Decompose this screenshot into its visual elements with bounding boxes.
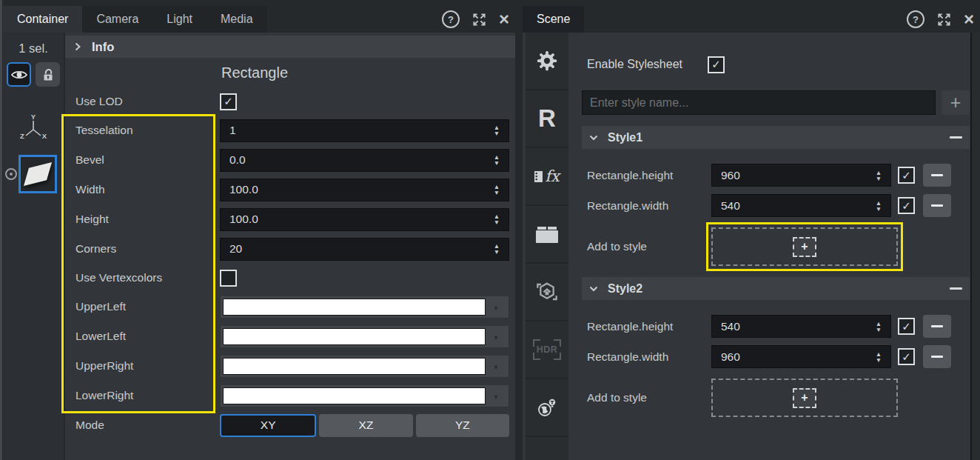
style1-group-header[interactable]: Style1: [582, 126, 970, 149]
style-property-enabled-checkbox[interactable]: [898, 318, 915, 335]
property-label: Height: [65, 213, 220, 226]
remove-style-icon[interactable]: [950, 136, 962, 139]
help-icon[interactable]: ?: [442, 10, 460, 28]
spinner-arrows-icon[interactable]: [870, 316, 887, 337]
plus-drop-icon[interactable]: +: [793, 388, 816, 408]
lowerleft-color-dropdown[interactable]: [220, 325, 509, 348]
gear-icon: [536, 50, 558, 72]
property-row: Use Vertexcolors: [65, 264, 515, 292]
prefab-tab[interactable]: [526, 264, 568, 321]
add-to-style-row: Add to style +: [582, 379, 970, 417]
close-icon[interactable]: ×: [499, 12, 509, 27]
property-label: Tesselation: [65, 124, 220, 137]
eye-icon: [11, 69, 27, 81]
remove-property-button[interactable]: [923, 315, 951, 338]
style-property-row: Rectangle.height 540: [582, 315, 970, 338]
style-property-enabled-checkbox[interactable]: [898, 197, 915, 214]
width-input[interactable]: 100.0: [220, 179, 509, 201]
spinner-arrows-icon[interactable]: [489, 209, 505, 230]
style-group-title: Style2: [608, 282, 642, 296]
style2-group-header[interactable]: Style2: [582, 277, 970, 300]
color-swatch: [223, 299, 486, 316]
selection-rail: 1 sel.: [3, 33, 65, 460]
spinner-arrows-icon[interactable]: [489, 179, 505, 201]
mode-yz-button[interactable]: YZ: [416, 414, 509, 437]
use-lod-checkbox[interactable]: [220, 93, 237, 110]
plus-drop-icon[interactable]: +: [793, 237, 816, 257]
property-label: Corners: [65, 242, 220, 256]
scene-category-rail: R fx: [526, 33, 568, 460]
lock-toggle-button[interactable]: [36, 62, 60, 87]
tab-container[interactable]: Container: [3, 6, 82, 33]
hdr-tab[interactable]: HDR: [526, 321, 568, 379]
style2-add-dropzone[interactable]: +: [711, 379, 898, 417]
property-label: Mode: [65, 419, 220, 432]
enable-stylesheet-checkbox[interactable]: [708, 56, 725, 73]
node-radio-indicator[interactable]: [5, 168, 17, 180]
chevron-down-icon[interactable]: [589, 286, 598, 292]
chevron-down-icon[interactable]: [589, 135, 598, 141]
style-property-label: Rectangle.height: [582, 320, 711, 333]
close-icon[interactable]: ×: [964, 12, 974, 27]
property-label: Width: [65, 183, 220, 196]
info-section-header[interactable]: Info: [65, 36, 515, 58]
style1-height-input[interactable]: 960: [711, 164, 891, 187]
tab-camera[interactable]: Camera: [82, 6, 152, 33]
expand-icon[interactable]: [472, 13, 486, 27]
remove-style-icon[interactable]: [950, 287, 962, 290]
tab-scene[interactable]: Scene: [523, 6, 584, 33]
help-icon[interactable]: ?: [907, 10, 924, 28]
application-window: Container Camera Light Media ? × 1 sel.: [0, 0, 980, 460]
tab-media[interactable]: Media: [207, 6, 267, 33]
style1-add-dropzone[interactable]: +: [711, 227, 898, 266]
style2-width-input[interactable]: 960: [711, 345, 891, 368]
corners-input[interactable]: 20: [220, 238, 509, 261]
add-to-style-label: Add to style: [582, 240, 711, 253]
color-swatch: [223, 328, 486, 345]
settings-gear-tab[interactable]: [526, 33, 568, 90]
mode-xy-button[interactable]: XY: [220, 414, 316, 437]
style-name-input[interactable]: [582, 90, 936, 115]
tesselation-input[interactable]: 1: [220, 119, 509, 142]
visibility-toggle-button[interactable]: [7, 62, 31, 87]
mode-xz-button[interactable]: XZ: [319, 414, 412, 437]
spinner-arrows-icon[interactable]: [870, 164, 887, 186]
expand-icon[interactable]: [937, 13, 951, 27]
property-row: UpperLeft: [65, 292, 515, 321]
style1-width-input[interactable]: 540: [711, 194, 891, 217]
world-light-tab[interactable]: [526, 379, 568, 437]
spinner-arrows-icon[interactable]: [870, 195, 887, 216]
lowerright-color-dropdown[interactable]: [220, 384, 509, 407]
remove-property-button[interactable]: [923, 194, 951, 217]
add-style-button[interactable]: +: [942, 90, 970, 115]
axis-z-label: Z: [20, 132, 24, 140]
axis-gizmo-icon: Y Z X: [16, 113, 50, 146]
style-property-enabled-checkbox[interactable]: [898, 167, 915, 184]
upperleft-color-dropdown[interactable]: [220, 296, 509, 319]
property-row: Mode XY XZ YZ: [65, 410, 515, 440]
style-group-title: Style1: [608, 131, 642, 144]
use-vertexcolors-checkbox[interactable]: [220, 270, 237, 287]
renderer-tab[interactable]: R: [526, 90, 568, 148]
style2-height-input[interactable]: 540: [711, 315, 891, 338]
property-row: LowerLeft: [65, 321, 515, 351]
remove-property-button[interactable]: [923, 164, 951, 187]
spinner-arrows-icon[interactable]: [489, 120, 505, 141]
style-property-enabled-checkbox[interactable]: [898, 348, 915, 365]
rectangle-node-thumbnail[interactable]: [19, 155, 57, 193]
upperright-color-dropdown[interactable]: [220, 355, 509, 378]
media-bin-tab[interactable]: [526, 206, 568, 264]
spinner-arrows-icon[interactable]: [489, 150, 505, 171]
chevron-down-icon: [486, 330, 506, 343]
bevel-input[interactable]: 0.0: [220, 149, 509, 172]
spinner-arrows-icon[interactable]: [870, 346, 887, 367]
chevron-down-icon: [486, 389, 506, 402]
effects-tab[interactable]: fx: [526, 148, 568, 206]
add-to-style-label: Add to style: [582, 391, 711, 404]
scene-tab-row: Scene ? ×: [523, 0, 980, 33]
height-input[interactable]: 100.0: [220, 208, 509, 231]
remove-property-button[interactable]: [923, 345, 951, 368]
tab-light[interactable]: Light: [152, 6, 207, 33]
property-editor: Info Rectangle Use LOD Tesselation 1 Bev…: [65, 33, 515, 460]
spinner-arrows-icon[interactable]: [489, 239, 505, 260]
